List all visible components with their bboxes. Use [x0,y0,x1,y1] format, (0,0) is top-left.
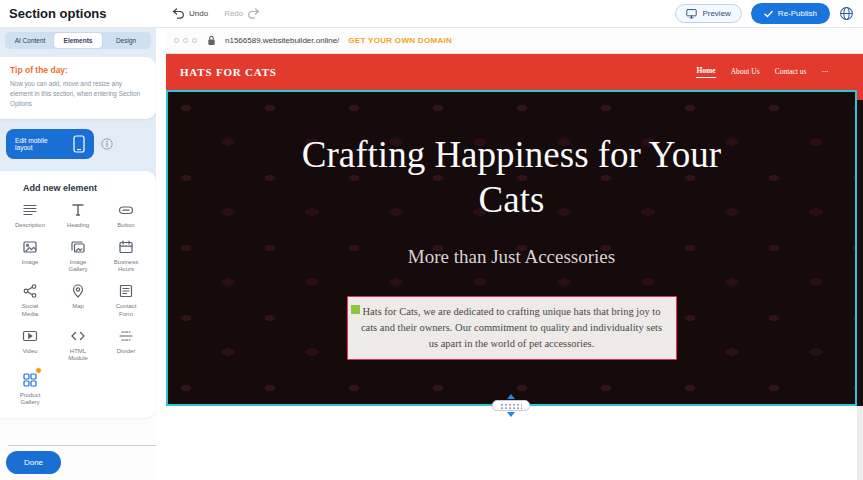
globe-icon [839,6,854,21]
get-your-own-domain-link[interactable]: GET YOUR OWN DOMAIN [348,36,452,45]
element-item-button[interactable]: Button [102,201,150,229]
resize-grip[interactable] [492,400,530,411]
toolbar-right-cluster: Preview Re-Publish [675,3,863,24]
button-icon [117,201,135,219]
hero-section[interactable]: Crafting Happiness for Your Cats More th… [166,90,857,406]
edit-mobile-row: Edit mobile layout [0,119,156,167]
preview-label: Preview [702,9,730,18]
html-module-icon [69,327,87,345]
social-media-icon [21,282,39,300]
undo-label: Undo [189,9,208,18]
tip-title: Tip of the day: [10,65,146,75]
element-grid: Description Heading [6,201,150,407]
window-dot-icon [183,38,188,43]
contact-form-icon [117,282,135,300]
lock-icon [207,35,216,46]
page-scrollbar[interactable] [857,54,863,480]
site-logo[interactable]: HATS FOR CATS [180,66,277,78]
nav-item-contact-us[interactable]: Contact us [775,67,807,78]
tab-elements[interactable]: Elements [54,33,102,48]
image-icon [21,238,39,256]
sidebar-tab-bar: AI Content Elements Design [5,32,151,49]
undo-icon [172,8,185,19]
element-item-heading[interactable]: Heading [54,201,102,229]
site-preview-frame: n1566589.websitebuilder.online/ GET YOUR… [166,28,863,480]
scrollbar-segment-dark [857,100,863,406]
history-controls: Undo Redo [172,8,260,19]
element-item-business-hours[interactable]: Business Hours [102,238,150,273]
heading-icon [69,201,87,219]
nav-item-about-us[interactable]: About Us [731,67,760,78]
scrollbar-segment-red [857,54,863,100]
check-icon [764,10,773,18]
hero-paragraph: Hats for Cats, we are dedicated to craft… [361,306,662,349]
element-item-html-module[interactable]: HTML Module [54,327,102,362]
video-icon [21,327,39,345]
redo-icon [247,8,260,19]
hero-headline[interactable]: Crafting Happiness for Your Cats [292,132,732,222]
element-item-product-gallery[interactable]: Product Gallery [6,371,54,406]
add-new-element-title: Add new element [23,183,150,193]
element-item-map[interactable]: Map [54,282,102,317]
divider-icon [117,327,135,345]
element-item-description[interactable]: Description [6,201,54,229]
nav-item-home[interactable]: Home [696,66,715,78]
nav-overflow-ellipsis[interactable]: ⋯ [822,67,830,78]
tab-design[interactable]: Design [102,33,150,48]
redo-label: Redo [224,9,243,18]
hero-paragraph-box[interactable]: Hats for Cats, we are dedicated to craft… [347,296,677,359]
resize-arrow-down-icon [507,412,515,417]
undo-button[interactable]: Undo [172,8,208,19]
preview-button[interactable]: Preview [675,4,741,23]
element-drag-handle[interactable] [351,305,360,314]
section-resize-handle[interactable] [489,394,533,420]
resize-arrow-up-icon [507,394,515,399]
business-hours-icon [117,238,135,256]
window-dot-icon [174,38,179,43]
edit-mobile-layout-button[interactable]: Edit mobile layout [6,129,94,159]
element-item-contact-form[interactable]: Contact Form [102,282,150,317]
republish-button[interactable]: Re-Publish [751,3,830,24]
window-dot-icon [192,38,197,43]
product-gallery-icon [21,371,39,389]
add-new-element-panel: Add new element Description [0,171,156,419]
done-button[interactable]: Done [6,451,61,474]
url-text[interactable]: n1566589.websitebuilder.online/ [225,36,339,45]
page-title: Section options [0,6,158,21]
tip-of-the-day-card: Tip of the day: Now you can add, move an… [0,57,156,119]
tip-body: Now you can add, move and resize any ele… [10,79,146,109]
map-icon [69,282,87,300]
element-item-image[interactable]: Image [6,238,54,273]
republish-label: Re-Publish [778,9,817,18]
description-icon [21,201,39,219]
element-item-image-gallery[interactable]: Image Gallery [54,238,102,273]
language-globe-button[interactable] [839,6,854,21]
site-nav: Home About Us Contact us ⋯ [696,66,829,78]
info-icon[interactable] [101,138,113,150]
element-item-divider[interactable]: Divider [102,327,150,362]
tab-ai-content[interactable]: AI Content [6,33,54,48]
edit-mobile-label: Edit mobile layout [15,137,66,151]
phone-icon [73,135,85,153]
hero-subheadline[interactable]: More than Just Accessories [166,246,857,268]
sidebar-divider [8,445,156,446]
left-sidebar: AI Content Elements Design Tip of the da… [0,28,156,480]
top-toolbar: Section options Undo Redo [0,0,863,28]
site-header: HATS FOR CATS Home About Us Contact us ⋯ [166,54,863,90]
new-badge [35,367,42,374]
redo-button[interactable]: Redo [224,8,260,19]
element-item-social-media[interactable]: Social Media [6,282,54,317]
image-gallery-icon [69,238,87,256]
monitor-icon [686,8,697,19]
browser-chrome-bar: n1566589.websitebuilder.online/ GET YOUR… [166,28,863,54]
app-window: Section options Undo Redo [0,0,863,480]
element-item-video[interactable]: Video [6,327,54,362]
grip-dots-icon [500,403,522,409]
